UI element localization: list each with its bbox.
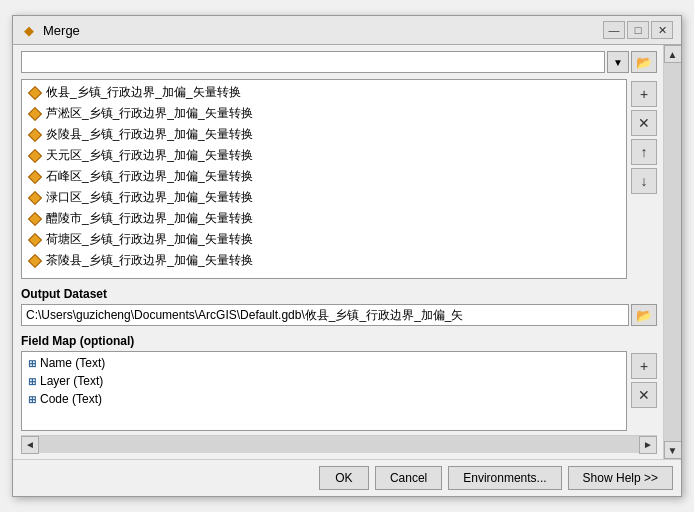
remove-layer-button[interactable]: ✕ [631, 110, 657, 136]
cancel-button[interactable]: Cancel [375, 466, 442, 490]
scroll-up-button[interactable]: ▲ [664, 45, 682, 63]
list-item[interactable]: 荷塘区_乡镇_行政边界_加偏_矢量转换 [24, 229, 624, 250]
output-browse-button[interactable]: 📂 [631, 304, 657, 326]
vertical-scrollbar: ▲ ▼ [663, 45, 681, 459]
layer-diamond-icon [28, 86, 42, 100]
list-item[interactable]: 渌口区_乡镇_行政边界_加偏_矢量转换 [24, 187, 624, 208]
layer-diamond-icon [28, 191, 42, 205]
main-panel: ▼ 📂 攸县_乡镇_行政边界_加偏_矢量转换芦淞区_乡镇_行政边界_加偏_矢量转… [13, 45, 663, 459]
fieldmap-section-wrapper: Field Map (optional) ⊞Name (Text)⊞Layer … [21, 334, 657, 431]
list-item[interactable]: 攸县_乡镇_行政边界_加偏_矢量转换 [24, 82, 624, 103]
list-item[interactable]: 芦淞区_乡镇_行政边界_加偏_矢量转换 [24, 103, 624, 124]
layer-name: 醴陵市_乡镇_行政边界_加偏_矢量转换 [46, 210, 253, 227]
layer-diamond-icon [28, 212, 42, 226]
layer-name: 芦淞区_乡镇_行政边界_加偏_矢量转换 [46, 105, 253, 122]
show-help-button[interactable]: Show Help >> [568, 466, 673, 490]
layer-diamond-icon [28, 149, 42, 163]
folder-icon: 📂 [636, 55, 652, 70]
scroll-left-button[interactable]: ◄ [21, 436, 39, 454]
maximize-button[interactable]: □ [627, 21, 649, 39]
add-layer-button[interactable]: + [631, 81, 657, 107]
fieldmap-side-buttons: + ✕ [631, 351, 657, 431]
layer-diamond-icon [28, 128, 42, 142]
minimize-button[interactable]: — [603, 21, 625, 39]
browse-button[interactable]: 📂 [631, 51, 657, 73]
window-title: Merge [43, 23, 80, 38]
list-item[interactable]: 茶陵县_乡镇_行政边界_加偏_矢量转换 [24, 250, 624, 271]
layer-input-row: ▼ 📂 [21, 51, 657, 73]
field-name: Name (Text) [40, 356, 105, 370]
layer-diamond-icon [28, 254, 42, 268]
layer-diamond-icon [28, 233, 42, 247]
scroll-track [39, 436, 639, 453]
layer-combo-input[interactable] [21, 51, 605, 73]
expand-icon: ⊞ [28, 376, 36, 387]
move-up-button[interactable]: ↑ [631, 139, 657, 165]
merge-dialog: ◆ Merge — □ ✕ ▼ 📂 [12, 15, 682, 497]
fieldmap-label: Field Map (optional) [21, 334, 657, 348]
list-item[interactable]: 天元区_乡镇_行政边界_加偏_矢量转换 [24, 145, 624, 166]
field-item[interactable]: ⊞Name (Text) [24, 354, 624, 372]
title-controls: — □ ✕ [603, 21, 673, 39]
environments-button[interactable]: Environments... [448, 466, 561, 490]
dropdown-button[interactable]: ▼ [607, 51, 629, 73]
field-name: Code (Text) [40, 392, 102, 406]
list-item[interactable]: 醴陵市_乡镇_行政边界_加偏_矢量转换 [24, 208, 624, 229]
side-buttons: + ✕ ↑ ↓ [631, 79, 657, 279]
title-bar-left: ◆ Merge [21, 22, 80, 38]
layer-diamond-icon [28, 107, 42, 121]
field-item[interactable]: ⊞Layer (Text) [24, 372, 624, 390]
layers-section: 攸县_乡镇_行政边界_加偏_矢量转换芦淞区_乡镇_行政边界_加偏_矢量转换炎陵县… [21, 79, 657, 279]
layer-name: 茶陵县_乡镇_行政边界_加偏_矢量转换 [46, 252, 253, 269]
fieldmap-list[interactable]: ⊞Name (Text)⊞Layer (Text)⊞Code (Text) [21, 351, 627, 431]
scroll-right-button[interactable]: ► [639, 436, 657, 454]
output-path-input[interactable] [21, 304, 629, 326]
layer-diamond-icon [28, 170, 42, 184]
layer-name: 荷塘区_乡镇_行政边界_加偏_矢量转换 [46, 231, 253, 248]
scroll-track-vertical [664, 63, 681, 441]
output-folder-icon: 📂 [636, 308, 652, 323]
ok-button[interactable]: OK [319, 466, 369, 490]
layer-name: 渌口区_乡镇_行政边界_加偏_矢量转换 [46, 189, 253, 206]
footer: OK Cancel Environments... Show Help >> [13, 459, 681, 496]
list-item[interactable]: 石峰区_乡镇_行政边界_加偏_矢量转换 [24, 166, 624, 187]
layer-name: 攸县_乡镇_行政边界_加偏_矢量转换 [46, 84, 241, 101]
window-icon: ◆ [21, 22, 37, 38]
layer-name: 石峰区_乡镇_行政边界_加偏_矢量转换 [46, 168, 253, 185]
output-dataset-section: Output Dataset 📂 [21, 287, 657, 334]
layer-name: 天元区_乡镇_行政边界_加偏_矢量转换 [46, 147, 253, 164]
close-button[interactable]: ✕ [651, 21, 673, 39]
expand-icon: ⊞ [28, 394, 36, 405]
field-item[interactable]: ⊞Code (Text) [24, 390, 624, 408]
title-bar: ◆ Merge — □ ✕ [13, 16, 681, 45]
fieldmap-section: ⊞Name (Text)⊞Layer (Text)⊞Code (Text) + … [21, 351, 657, 431]
output-dataset-label: Output Dataset [21, 287, 657, 301]
scroll-down-button[interactable]: ▼ [664, 441, 682, 459]
move-down-button[interactable]: ↓ [631, 168, 657, 194]
chevron-down-icon: ▼ [613, 57, 623, 68]
output-row: 📂 [21, 304, 657, 326]
layer-name: 炎陵县_乡镇_行政边界_加偏_矢量转换 [46, 126, 253, 143]
horizontal-scrollbar: ◄ ► [21, 435, 657, 453]
add-field-button[interactable]: + [631, 353, 657, 379]
list-item[interactable]: 炎陵县_乡镇_行政边界_加偏_矢量转换 [24, 124, 624, 145]
field-name: Layer (Text) [40, 374, 103, 388]
expand-icon: ⊞ [28, 358, 36, 369]
remove-field-button[interactable]: ✕ [631, 382, 657, 408]
layers-list[interactable]: 攸县_乡镇_行政边界_加偏_矢量转换芦淞区_乡镇_行政边界_加偏_矢量转换炎陵县… [21, 79, 627, 279]
